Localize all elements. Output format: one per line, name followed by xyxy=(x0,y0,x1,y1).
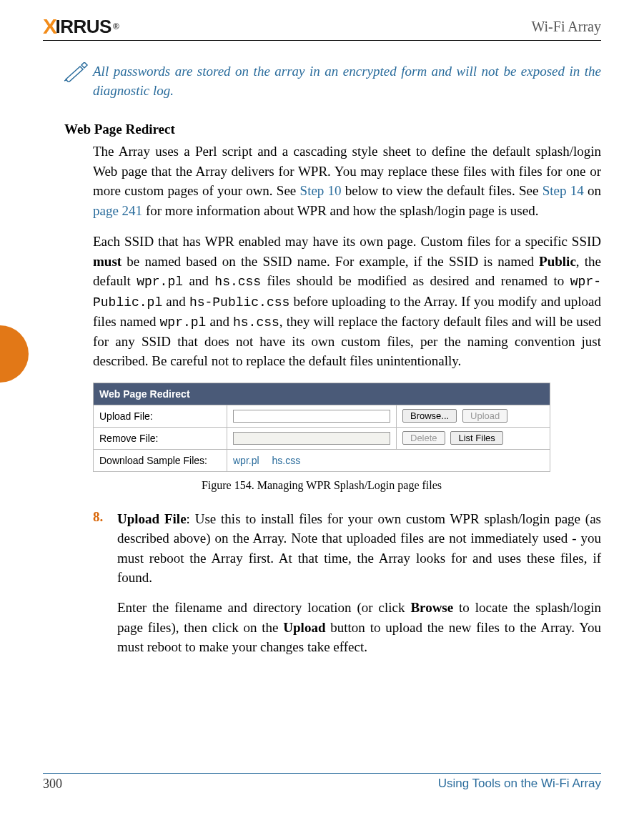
para2-m5: wpr.pl xyxy=(160,315,207,330)
para2-m2: hs.css xyxy=(214,275,261,289)
sample-link-wpr[interactable]: wpr.pl xyxy=(233,455,259,466)
note-text: All passwords are stored on the array in… xyxy=(93,62,601,100)
paragraph-1: The Array uses a Perl script and a casca… xyxy=(93,142,601,220)
step-8-t1: : Use this to install files for your own… xyxy=(117,511,601,586)
page-footer: 300 Using Tools on the Wi-Fi Array xyxy=(43,773,601,792)
download-sample-label: Download Sample Files: xyxy=(94,449,227,471)
step-8-body: Upload File: Use this to install files f… xyxy=(117,509,601,588)
step-8-b1: Upload File xyxy=(117,511,187,526)
figure-caption: Figure 154. Managing WPR Splash/Login pa… xyxy=(93,479,550,492)
step-8-number: 8. xyxy=(93,509,117,588)
figure-154: Web Page Redirect Upload File: Browse...… xyxy=(93,383,550,472)
remove-file-input[interactable] xyxy=(233,432,390,445)
para2-m1: wpr.pl xyxy=(137,275,183,289)
para2-t8: and xyxy=(206,314,233,329)
para2-t1: Each SSID that has WPR enabled may have … xyxy=(93,234,601,249)
brand-logo-text: IRRUS xyxy=(56,16,112,38)
para2-b2: Public xyxy=(539,254,576,269)
para2-t2: be named based on the SSID name. For exa… xyxy=(122,254,539,269)
table-row: Upload File: Browse... Upload xyxy=(94,405,550,427)
page-number: 300 xyxy=(43,777,62,792)
para2-m4: hs-Public.css xyxy=(189,295,289,310)
upload-button[interactable]: Upload xyxy=(462,409,507,423)
link-step-10[interactable]: Step 10 xyxy=(300,183,342,198)
upload-file-input[interactable] xyxy=(233,410,390,423)
step-8: 8. Upload File: Use this to install file… xyxy=(93,509,601,588)
para2-m6: hs.css xyxy=(233,315,279,330)
section-title: Web Page Redirect xyxy=(64,122,601,137)
step-8-b2: Browse xyxy=(410,600,453,615)
product-name: Wi-Fi Array xyxy=(531,19,601,35)
side-tab xyxy=(0,325,29,383)
sample-link-hs[interactable]: hs.css xyxy=(272,455,300,466)
table-row: Remove File: Delete List Files xyxy=(94,427,550,449)
table-row: Download Sample Files: wpr.pl hs.css xyxy=(94,449,550,471)
upload-file-label: Upload File: xyxy=(94,405,227,427)
para2-t6: and xyxy=(162,294,189,309)
link-page-241[interactable]: page 241 xyxy=(93,203,142,218)
delete-button[interactable]: Delete xyxy=(402,431,445,445)
note-row: All passwords are stored on the array in… xyxy=(64,62,601,100)
remove-file-label: Remove File: xyxy=(94,427,227,449)
step-8-t2a: Enter the filename and directory locatio… xyxy=(117,600,410,615)
page-header: XIRRUS® Wi-Fi Array xyxy=(43,14,601,41)
footer-section: Using Tools on the Wi-Fi Array xyxy=(438,777,601,792)
step-8-body-cont: Enter the filename and directory locatio… xyxy=(117,598,601,657)
list-files-button[interactable]: List Files xyxy=(450,431,502,445)
para1-t3: on xyxy=(584,183,601,198)
wpr-panel-title: Web Page Redirect xyxy=(94,383,550,405)
para1-t2: below to view the default files. See xyxy=(342,183,543,198)
brand-logo-reg: ® xyxy=(113,21,119,31)
para1-t4: for more information about WPR and how t… xyxy=(142,203,538,218)
pen-icon xyxy=(64,62,93,85)
para2-t5: files should be modified as desired and … xyxy=(261,273,570,288)
link-step-14[interactable]: Step 14 xyxy=(543,183,584,198)
browse-button[interactable]: Browse... xyxy=(402,409,457,423)
brand-logo: XIRRUS® xyxy=(43,14,119,39)
para2-t4: and xyxy=(183,273,214,288)
wpr-panel-table: Web Page Redirect Upload File: Browse...… xyxy=(93,383,550,472)
para2-b1: must xyxy=(93,254,122,269)
step-8-b3: Upload xyxy=(283,620,325,635)
paragraph-2: Each SSID that has WPR enabled may have … xyxy=(93,232,601,370)
